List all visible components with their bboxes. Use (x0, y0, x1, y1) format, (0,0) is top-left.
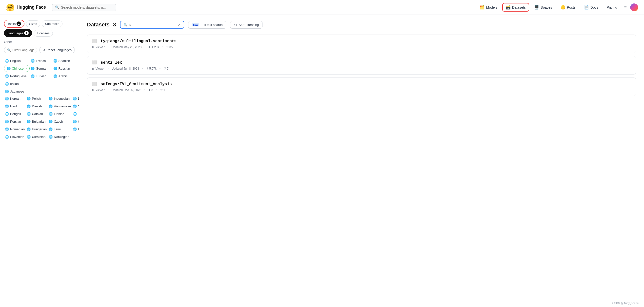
dataset-downloads-3: ⬇ 3 (148, 88, 153, 92)
global-search-box[interactable]: 🔍 (52, 4, 116, 11)
tab-subtasks[interactable]: Sub-tasks (42, 20, 62, 27)
lang-label: Catalan (32, 112, 43, 116)
datasets-title: Datasets 3 (87, 21, 116, 28)
globe-icon: 🌐 (5, 135, 9, 139)
lang-label: Japanese (10, 90, 24, 93)
lang-norwegian[interactable]: 🌐 Norwegian (48, 133, 72, 140)
tab-licenses-label: Licenses (37, 31, 50, 35)
lang-bulgarian[interactable]: 🌐 Bulgarian (26, 118, 48, 125)
globe-icon: 🌐 (27, 135, 30, 139)
dataset-type-2: ⊞ Viewer (92, 67, 104, 70)
global-search-input[interactable] (61, 5, 113, 9)
lang-polish[interactable]: 🌐 Polish (26, 95, 48, 102)
lang-label: Russian (58, 67, 70, 70)
tab-languages[interactable]: Languages 1 (4, 29, 32, 37)
nav-datasets[interactable]: 🗃️ Datasets (502, 3, 529, 11)
globe-icon: 🌐 (49, 112, 52, 116)
nav-pricing[interactable]: Pricing (603, 3, 621, 11)
lang-slovenian[interactable]: 🌐 Slovenian (4, 133, 26, 140)
lang-indonesian[interactable]: 🌐 Indonesian (48, 95, 72, 102)
lang-label: Ukrainian (32, 135, 46, 139)
lang-label: German (36, 67, 48, 70)
lang-persian[interactable]: 🌐 Persian (4, 118, 26, 125)
lang-remove-icon[interactable]: × (26, 67, 27, 70)
lang-chinese[interactable]: 🌐 Chinese × (4, 65, 30, 72)
lang-label: Korean (10, 97, 20, 100)
reset-icon: ↺ (42, 48, 45, 52)
lang-czech[interactable]: 🌐 Czech (48, 118, 72, 125)
lang-korean[interactable]: 🌐 Korean (4, 95, 26, 102)
lang-label: Spanish (58, 59, 70, 63)
heart-icon-3: ♡ (160, 88, 163, 92)
lang-thai[interactable]: 🌐 Thai (72, 110, 79, 117)
content-search-box[interactable]: 🔍 ✕ (120, 21, 184, 29)
lang-label: Slovenian (10, 135, 24, 139)
lang-japanese[interactable]: 🌐 Japanese (4, 88, 30, 95)
dataset-downloads-2: ⬇ 5.57k (146, 67, 156, 70)
lang-vietnamese[interactable]: 🌐 Vietnamese (48, 103, 72, 110)
lang-label: Vietnamese (54, 104, 70, 108)
other-label: Other (4, 40, 75, 44)
footer-note: CSDN @Andy_shenxi (612, 302, 639, 305)
lang-french[interactable]: 🌐 French (30, 57, 52, 64)
globe-icon: 🌐 (73, 97, 77, 100)
content-search-icon: 🔍 (124, 23, 128, 27)
nav-docs[interactable]: 📄 Docs (580, 3, 602, 11)
download-icon-3: ⬇ (148, 88, 151, 92)
fulltext-search-button[interactable]: new Full-text search (188, 21, 226, 29)
tab-sizes[interactable]: Sizes (26, 20, 40, 27)
nav-posts[interactable]: 🟡 Posts (557, 3, 579, 11)
lang-german[interactable]: 🌐 German (30, 65, 52, 72)
lang-catalan[interactable]: 🌐 Catalan (26, 110, 48, 117)
lang-swedish[interactable]: 🌐 Swedish (72, 103, 79, 110)
reset-languages-button[interactable]: ↺ Reset Languages (39, 47, 75, 53)
lang-label: Bengali (10, 112, 21, 116)
lang-label: Hungarian (32, 127, 47, 131)
lang-finnish[interactable]: 🌐 Finnish (48, 110, 72, 117)
lang-russian[interactable]: 🌐 Russian (52, 65, 75, 72)
tab-tasks-badge: 1 (16, 21, 21, 26)
lang-label: Arabic (58, 74, 68, 78)
lang-english[interactable]: 🌐 English (4, 57, 30, 64)
lang-italian[interactable]: 🌐 Italian (4, 80, 30, 87)
lang-search-input[interactable] (12, 48, 34, 52)
lang-hindi[interactable]: 🌐 Hindi (4, 103, 26, 110)
tab-licenses[interactable]: Licenses (34, 30, 52, 36)
lang-ukrainian[interactable]: 🌐 Ukrainian (26, 133, 48, 140)
lang-hungarian[interactable]: 🌐 Hungarian (26, 126, 48, 133)
lang-greek[interactable]: 🌐 Greek (72, 118, 79, 125)
dataset-icon-1: ⬜ (92, 39, 97, 43)
lang-spanish[interactable]: 🌐 Spanish (52, 57, 75, 64)
datasets-count: 3 (113, 21, 116, 28)
logo-icon: 🤗 (6, 3, 14, 11)
sort-icon: ↑↓ (234, 23, 237, 27)
lang-dutch[interactable]: 🌐 Dutch (72, 95, 79, 102)
dataset-card-1[interactable]: ⬜ tyqiangz/multilingual-sentiments ⊞ Vie… (87, 34, 636, 53)
globe-icon: 🌐 (30, 67, 34, 70)
globe-icon: 🌐 (53, 67, 57, 70)
lang-portuguese[interactable]: 🌐 Portuguese (4, 72, 30, 80)
sort-label: Sort: Trending (238, 23, 259, 27)
user-avatar[interactable] (630, 3, 638, 11)
lang-tamil[interactable]: 🌐 Tamil (48, 126, 72, 133)
clear-search-button[interactable]: ✕ (178, 23, 181, 27)
content-search-input[interactable] (129, 23, 176, 27)
dataset-card-2[interactable]: ⬜ senti_lex ⊞ Viewer • Updated Jun 8, 20… (87, 56, 636, 74)
dataset-card-3[interactable]: ⬜ scfengv/TVL_Sentiment_Analysis ⊞ Viewe… (87, 77, 636, 96)
lang-danish[interactable]: 🌐 Danish (26, 103, 48, 110)
sort-button[interactable]: ↑↓ Sort: Trending (230, 21, 262, 29)
lang-search-box[interactable]: 🔍 (4, 47, 37, 53)
lang-arabic[interactable]: 🌐 Arabic (52, 72, 75, 80)
lang-label: Bulgarian (32, 120, 46, 123)
lang-bengali[interactable]: 🌐 Bengali (4, 110, 26, 117)
nav-spaces[interactable]: 🖥️ Spaces (531, 3, 556, 11)
nav-models[interactable]: 🗂️ Models (476, 3, 501, 11)
globe-icon: 🌐 (30, 59, 34, 63)
globe-icon: 🌐 (5, 104, 9, 108)
globe-icon: 🌐 (49, 127, 52, 131)
lang-romanian[interactable]: 🌐 Romanian (4, 126, 26, 133)
tab-tasks[interactable]: Tasks 1 (4, 20, 24, 28)
lang-urdu[interactable]: 🌐 Urdu (72, 126, 79, 133)
nav-more-icon[interactable]: ≡ (622, 4, 629, 11)
lang-turkish[interactable]: 🌐 Turkish (30, 72, 52, 80)
